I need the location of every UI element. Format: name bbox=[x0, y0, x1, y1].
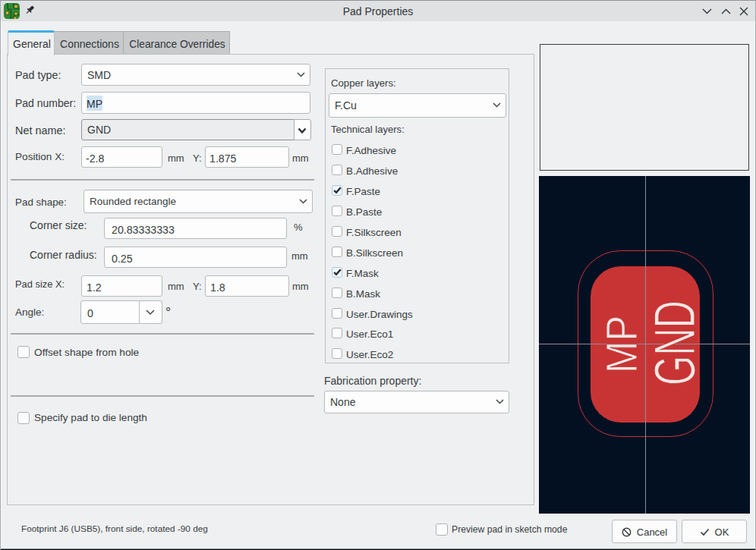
svg-text:MP: MP bbox=[597, 316, 646, 373]
svg-text:GND: GND bbox=[642, 300, 707, 385]
